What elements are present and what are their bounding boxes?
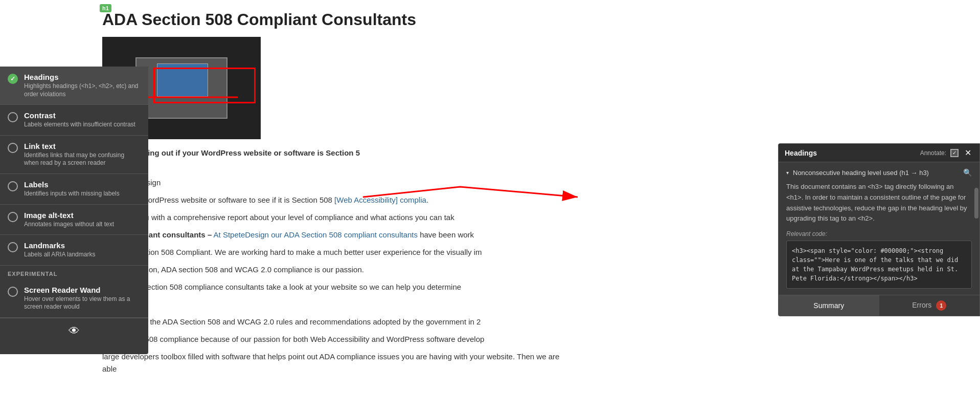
section-heading-text: Nonconsecutive heading level used (h1 → … — [793, 169, 929, 177]
annotation-panel: Headings Annotate: ✓ ✕ ▾ Nonconsecutive … — [778, 143, 980, 316]
link-text-radio[interactable] — [8, 143, 18, 153]
sidebar: Headings Highlights headings (<h1>, <h2>… — [0, 67, 148, 354]
contrast-text: Contrast Labels elements with insufficie… — [24, 111, 141, 129]
screen-reader-wand-title: Screen Reader Wand — [24, 286, 141, 294]
steps-heading: steps to finding out if your WordPress w… — [102, 147, 562, 171]
annotation-controls: Annotate: ✓ ✕ — [920, 148, 973, 158]
chevron-down-icon: ▾ — [786, 170, 789, 176]
sidebar-item-image-alt[interactable]: Image alt-text Annotates images without … — [0, 205, 148, 235]
sidebar-item-link-text[interactable]: Link text Identifies links that may be c… — [0, 136, 148, 174]
annotation-body: ▾ Nonconsecutive heading level used (h1 … — [779, 162, 979, 295]
landmarks-text: Landmarks Labels all ARIA landmarks — [24, 241, 141, 259]
contrast-desc: Labels elements with insufficient contra… — [24, 121, 141, 129]
sidebar-item-screen-reader-wand[interactable]: Screen Reader Wand Hover over elements t… — [0, 279, 148, 318]
code-block: <h3><span style="color: #000000;"><stron… — [786, 241, 972, 289]
body-para-4: just ADA Section 508 Compliant. We are w… — [102, 246, 562, 258]
sidebar-item-labels[interactable]: Labels Identifies inputs with missing la… — [0, 174, 148, 205]
contact-heading: act StpeteDesign — [102, 177, 562, 189]
image-alt-radio[interactable] — [8, 212, 18, 222]
headings-desc: Highlights headings (<h1>, <h2>, etc) an… — [24, 82, 141, 98]
labels-title: Labels — [24, 180, 141, 189]
article-body: steps to finding out if your WordPress w… — [102, 147, 562, 375]
labels-text: Labels Identifies inputs with missing la… — [24, 180, 141, 198]
image-alt-desc: Annotates images without alt text — [24, 221, 141, 229]
image-alt-text: Image alt-text Annotates images without … — [24, 211, 141, 229]
link-text-desc: Identifies links that may be confusing w… — [24, 151, 141, 167]
annotation-footer: Summary Errors 1 — [779, 295, 979, 316]
body-para-9: e to Section 508 compliance because of o… — [102, 333, 562, 345]
image-alt-title: Image alt-text — [24, 211, 141, 220]
headings-title: Headings — [24, 73, 141, 81]
screen-reader-wand-radio[interactable] — [8, 287, 18, 297]
headings-text: Headings Highlights headings (<h1>, <h2>… — [24, 73, 141, 98]
contrast-radio[interactable] — [8, 112, 18, 122]
annotate-label: Annotate: — [920, 149, 946, 157]
errors-button[interactable]: Errors 1 — [879, 295, 980, 316]
sidebar-item-landmarks[interactable]: Landmarks Labels all ARIA landmarks — [0, 235, 148, 266]
screen-reader-wand-text: Screen Reader Wand Hover over elements t… — [24, 286, 141, 311]
annotation-description: This document contains an <h3> tag direc… — [786, 182, 972, 224]
link-stpete[interactable]: At StpeteDesign — [214, 230, 269, 239]
eye-icon: 👁 — [69, 324, 80, 338]
experimental-label: EXPERIMENTAL — [0, 266, 148, 279]
page-title: ADA Section 508 Compliant Consultants — [102, 10, 970, 29]
summary-button[interactable]: Summary — [779, 295, 879, 316]
landmarks-radio[interactable] — [8, 242, 18, 252]
contrast-title: Contrast — [24, 111, 141, 120]
body-para-2: ill provide you with a comprehensive rep… — [102, 211, 562, 224]
code-label: Relevant code: — [786, 230, 972, 237]
body-para-8: xperienced in the ADA Section 508 and WC… — [102, 316, 562, 328]
body-para-10: large developers toolbox filled with sof… — [102, 351, 562, 375]
labels-desc: Identifies inputs with missing labels — [24, 190, 141, 198]
screen-reader-wand-desc: Hover over elements to view them as a sc… — [24, 295, 141, 311]
search-icon[interactable]: 🔍 — [963, 168, 972, 177]
annotation-section-title: ▾ Nonconsecutive heading level used (h1 … — [786, 168, 972, 177]
body-para-1: ill test your WordPress website or softw… — [102, 194, 562, 206]
link-web-accessibility[interactable]: [Web Accessibility] complia — [334, 196, 426, 204]
body-para-7: e.] — [102, 298, 562, 311]
errors-count-badge: 1 — [936, 300, 946, 311]
annotation-title: Headings — [785, 149, 817, 157]
sidebar-footer: 👁 — [0, 318, 148, 344]
h1-badge: h1 — [100, 4, 111, 12]
body-para-5: e our profession, ADA section 508 and WC… — [102, 264, 562, 276]
annotate-checkbox[interactable]: ✓ — [950, 149, 959, 157]
scrollbar-indicator[interactable] — [974, 188, 978, 219]
landmarks-title: Landmarks — [24, 241, 141, 250]
body-para-6: xperienced Section 508 compliance consul… — [102, 281, 562, 293]
labels-radio[interactable] — [8, 181, 18, 191]
link-text-text: Link text Identifies links that may be c… — [24, 142, 141, 167]
annotation-header: Headings Annotate: ✓ ✕ — [779, 144, 979, 162]
errors-label: Errors — [912, 301, 931, 309]
landmarks-desc: Labels all ARIA landmarks — [24, 251, 141, 259]
sidebar-item-headings[interactable]: Headings Highlights headings (<h1>, <h2>… — [0, 67, 148, 105]
headings-radio[interactable] — [8, 74, 18, 84]
link-text-title: Link text — [24, 142, 141, 150]
annotation-close-button[interactable]: ✕ — [963, 148, 973, 158]
sidebar-item-contrast[interactable]: Contrast Labels elements with insufficie… — [0, 105, 148, 136]
body-para-3: n 508 compliant consultants – At StpeteD… — [102, 229, 562, 241]
link-ada-consultants[interactable]: our ADA Section 508 compliant consultant… — [271, 230, 418, 239]
